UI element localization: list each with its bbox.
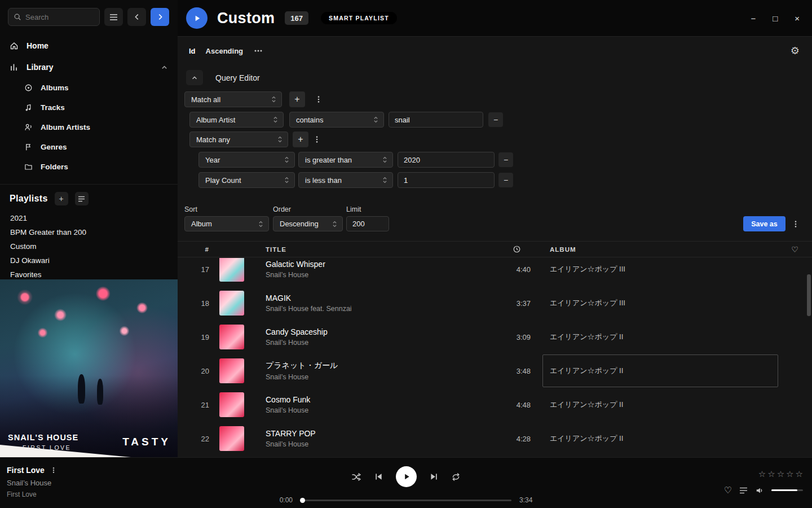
header-album[interactable]: ALBUM <box>550 246 778 253</box>
group-options-button[interactable] <box>313 135 321 144</box>
unfold-icon <box>332 220 337 228</box>
sort-field-button[interactable]: Id <box>189 47 196 55</box>
previous-track-button[interactable] <box>374 472 383 481</box>
track-number: 19 <box>178 333 209 341</box>
sidebar-item-album-artists[interactable]: Album Artists <box>0 117 178 137</box>
remove-rule-button[interactable]: − <box>498 152 513 167</box>
sidebar-item-tracks[interactable]: Tracks <box>0 98 178 117</box>
star-icon[interactable]: ☆ <box>786 469 793 479</box>
chevron-up-icon[interactable] <box>161 64 168 71</box>
track-artist: Snail’s House <box>266 406 497 414</box>
rule-operator-select[interactable]: contains <box>289 112 384 128</box>
rule-value-input[interactable] <box>389 112 483 128</box>
add-playlist-button[interactable]: + <box>55 192 68 205</box>
star-icon[interactable]: ☆ <box>758 469 766 479</box>
playlist-item[interactable]: DJ Okawari <box>0 253 178 268</box>
rule-operator-select[interactable]: is less than <box>298 172 393 188</box>
queue-button[interactable] <box>739 487 748 494</box>
close-button[interactable]: × <box>795 14 800 23</box>
save-as-button[interactable]: Save as <box>743 216 785 231</box>
table-row[interactable]: 20 プラネット・ガール Snail’s House 3:48 エイリアン☆ポッ… <box>178 354 812 388</box>
sidebar-item-home[interactable]: Home <box>0 35 178 56</box>
rule-value-input[interactable] <box>398 172 495 188</box>
order-select[interactable]: Descending <box>273 216 343 231</box>
playlist-item[interactable]: 2021 <box>0 211 178 225</box>
search-box[interactable] <box>8 8 100 26</box>
album-art-thumbnail <box>219 358 244 383</box>
menu-button[interactable] <box>104 8 123 26</box>
table-row[interactable]: 18 MAGIK Snail’s House feat. Sennzai 3:3… <box>178 286 812 320</box>
save-options-button[interactable] <box>792 220 800 229</box>
limit-input[interactable] <box>346 216 389 231</box>
unfold-icon <box>258 220 263 228</box>
favorite-column-icon[interactable]: ♡ <box>778 245 812 254</box>
volume-button[interactable] <box>755 487 764 494</box>
match-mode-select[interactable]: Match all <box>184 91 282 107</box>
star-icon[interactable]: ☆ <box>796 469 803 479</box>
playlist-options-button[interactable] <box>75 192 89 205</box>
sidebar-item-albums[interactable]: Albums <box>0 78 178 98</box>
album-art-thumbnail <box>219 258 244 282</box>
seek-knob[interactable] <box>300 498 305 503</box>
unfold-icon <box>382 156 387 164</box>
rule-field-select[interactable]: Album Artist <box>189 112 284 128</box>
table-row[interactable]: 21 Cosmo Funk Snail’s House 4:48 エイリアン☆ポ… <box>178 388 812 422</box>
minimize-button[interactable]: − <box>751 14 756 23</box>
search-input[interactable] <box>25 13 87 21</box>
header-title[interactable]: TITLE <box>254 246 497 253</box>
query-rule-2: Year is greater than − <box>198 152 513 168</box>
seek-bar[interactable] <box>301 500 511 501</box>
kebab-icon <box>50 466 57 474</box>
favorite-button[interactable]: ♡ <box>724 485 732 496</box>
track-title: Candy Spaceship <box>266 327 497 336</box>
add-rule-button[interactable]: + <box>289 91 305 107</box>
plus-icon: + <box>59 194 64 203</box>
sidebar-item-genres[interactable]: Genres <box>0 137 178 157</box>
play-playlist-button[interactable] <box>186 7 208 29</box>
header-number[interactable]: # <box>178 246 209 253</box>
shuffle-button[interactable] <box>351 472 361 481</box>
album-art-thumbnail <box>219 325 244 349</box>
rule-operator-select[interactable]: is greater than <box>298 152 393 168</box>
match-mode-select[interactable]: Match any <box>189 132 288 147</box>
table-row[interactable]: 19 Candy Spaceship Snail’s House 3:09 エイ… <box>178 320 812 354</box>
unfold-icon <box>284 176 289 184</box>
star-icon[interactable]: ☆ <box>767 469 775 479</box>
add-rule-button[interactable]: + <box>293 132 308 147</box>
minus-icon: − <box>504 155 508 164</box>
volume-slider[interactable] <box>771 489 803 491</box>
now-playing-artwork[interactable]: SNAIL'S HOUSE FIRST LOVE TASTY <box>0 279 178 457</box>
track-artist: Snail’s House <box>266 271 497 279</box>
next-track-button[interactable] <box>430 472 438 481</box>
collapse-query-editor-button[interactable] <box>186 70 203 85</box>
now-playing-options-button[interactable] <box>50 466 57 474</box>
playlist-item[interactable]: Custom <box>0 239 178 253</box>
sidebar-item-folders[interactable]: Folders <box>0 157 178 177</box>
playlists-list: 2021 BPM Greater than 200 Custom DJ Okaw… <box>0 211 178 282</box>
maximize-button[interactable]: □ <box>773 14 778 23</box>
sidebar-item-library[interactable]: Library <box>0 56 178 78</box>
track-album: エイリアン☆ポップ II <box>550 320 778 354</box>
nav-forward-button[interactable] <box>151 8 169 26</box>
table-row[interactable]: 22 STARRY POP Snail’s House 4:28 エイリアン☆ポ… <box>178 422 812 456</box>
play-pause-button[interactable] <box>396 466 417 487</box>
table-row[interactable]: 17 Galactic Whisper Snail’s House 4:40 エ… <box>178 258 812 286</box>
remove-rule-button[interactable]: − <box>498 173 513 187</box>
group-options-button[interactable] <box>315 95 323 104</box>
star-icon[interactable]: ☆ <box>777 469 784 479</box>
playlist-label: Custom <box>10 242 37 251</box>
sort-direction-button[interactable]: Ascending <box>206 47 243 55</box>
rule-field-select[interactable]: Play Count <box>198 172 295 188</box>
remove-rule-button[interactable]: − <box>488 112 503 127</box>
scrollbar-thumb[interactable] <box>807 274 811 316</box>
nav-back-button[interactable] <box>127 8 146 26</box>
rule-field-select[interactable]: Year <box>198 152 295 168</box>
playlist-item[interactable]: BPM Greater than 200 <box>0 225 178 239</box>
more-options-button[interactable] <box>254 46 263 55</box>
repeat-button[interactable] <box>451 472 461 481</box>
duration-column-icon[interactable] <box>497 245 536 253</box>
rule-value-input[interactable] <box>398 152 495 168</box>
query-editor-title: Query Editor <box>215 73 260 82</box>
sort-select[interactable]: Album <box>184 216 269 231</box>
settings-button[interactable]: ⚙ <box>791 46 800 56</box>
